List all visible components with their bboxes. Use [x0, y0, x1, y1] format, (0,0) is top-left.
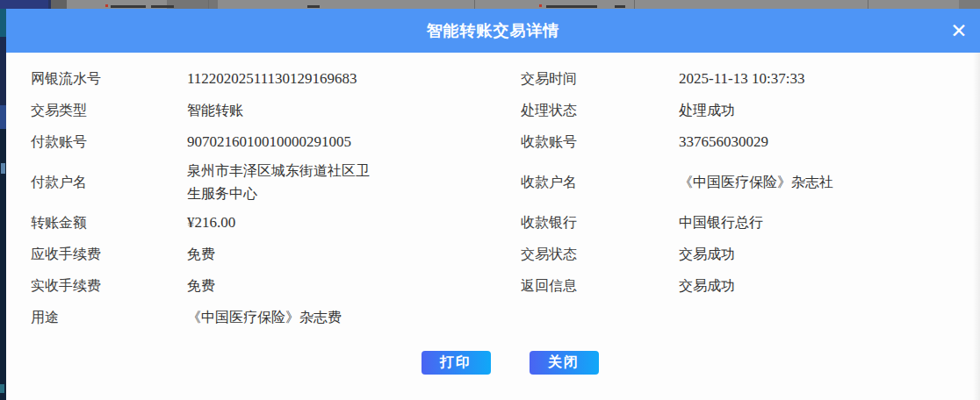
background-text-fragment [151, 5, 174, 8]
background-logo-block [0, 0, 48, 9]
background-topbar-segment [959, 0, 980, 9]
field-label: 交易状态 [521, 246, 679, 264]
field-label: 收款账号 [521, 133, 679, 152]
background-text-fragment [307, 5, 320, 8]
print-button[interactable]: 打印 [422, 351, 491, 375]
field-value: 免费 [187, 246, 521, 264]
detail-row-amount-bank: 转账金额 ¥216.00 收款银行 中国银行总行 [31, 207, 980, 239]
field-value: 泉州市丰泽区城东街道社区卫生服务中心 [187, 160, 373, 205]
background-topbar-separator [474, 0, 475, 9]
field-value: 《中国医疗保险》杂志费 [187, 309, 521, 327]
field-value: 交易成功 [679, 246, 980, 264]
background-topbar-segment [51, 0, 67, 9]
background-left-segment [0, 105, 6, 129]
close-icon[interactable]: ✕ [948, 19, 970, 42]
field-label: 用途 [31, 309, 187, 327]
detail-row-fee-message: 实收手续费 免费 返回信息 交易成功 [31, 270, 980, 302]
field-value: 337656030029 [679, 133, 980, 151]
field-label: 实收手续费 [31, 277, 187, 296]
background-text-fragment [615, 5, 625, 8]
field-label: 付款户名 [31, 174, 187, 192]
field-value: 处理成功 [679, 102, 980, 120]
background-text-fragment [1, 163, 5, 174]
detail-row-type-status: 交易类型 智能转账 处理状态 处理成功 [31, 95, 980, 126]
modal-footer: 打印 关闭 [35, 351, 980, 375]
background-left-segment [0, 9, 6, 37]
transfer-detail-modal: 智能转账交易详情 ✕ 网银流水号 11220202511130129169683… [6, 9, 980, 400]
background-red-dot [539, 4, 542, 7]
detail-row-fee-status: 应收手续费 免费 交易状态 交易成功 [31, 239, 980, 270]
detail-row-accounts: 付款账号 9070216010010000291005 收款账号 3376560… [31, 126, 980, 158]
detail-row-names: 付款户名 泉州市丰泽区城东街道社区卫生服务中心 收款户名 《中国医疗保险》杂志社 [31, 158, 980, 207]
field-label: 收款银行 [521, 214, 679, 232]
field-value: 中国银行总行 [679, 214, 980, 232]
field-label: 处理状态 [521, 102, 679, 120]
detail-row-purpose: 用途 《中国医疗保险》杂志费 [31, 302, 980, 333]
background-page-topbar [0, 0, 980, 9]
field-value: ¥216.00 [187, 214, 521, 232]
modal-title: 智能转账交易详情 [427, 20, 560, 41]
detail-row-serial-time: 网银流水号 11220202511130129169683 交易时间 2025-… [31, 63, 980, 95]
close-button[interactable]: 关闭 [530, 351, 599, 375]
background-text-fragment [546, 5, 597, 8]
background-topbar-separator [634, 0, 635, 9]
field-value: 交易成功 [679, 277, 980, 296]
modal-body: 网银流水号 11220202511130129169683 交易时间 2025-… [6, 53, 980, 375]
field-label: 交易类型 [31, 102, 187, 120]
background-red-dot [105, 4, 108, 7]
background-text-fragment [0, 384, 4, 393]
field-label: 返回信息 [521, 277, 679, 296]
field-value: 2025-11-13 10:37:33 [679, 70, 980, 88]
field-label: 网银流水号 [31, 70, 187, 89]
background-topbar-separator [868, 0, 868, 9]
field-label: 付款账号 [31, 133, 187, 152]
background-left-segment [0, 37, 6, 105]
screen: 智能转账交易详情 ✕ 网银流水号 11220202511130129169683… [0, 0, 980, 400]
modal-right-shade [973, 53, 980, 400]
field-label: 转账金额 [31, 214, 187, 232]
background-page-left-edge [0, 9, 6, 400]
field-value: 9070216010010000291005 [187, 133, 521, 151]
background-text-fragment [111, 5, 146, 8]
background-topbar-segment [167, 0, 218, 9]
modal-header: 智能转账交易详情 ✕ [6, 9, 980, 53]
field-value: 11220202511130129169683 [187, 70, 521, 88]
field-label: 应收手续费 [31, 246, 187, 264]
background-topbar-separator [208, 0, 209, 9]
field-value: 《中国医疗保险》杂志社 [679, 174, 980, 192]
field-value: 免费 [187, 277, 521, 296]
field-label: 交易时间 [521, 70, 679, 89]
field-label: 收款户名 [521, 174, 679, 192]
field-value: 智能转账 [187, 102, 521, 120]
